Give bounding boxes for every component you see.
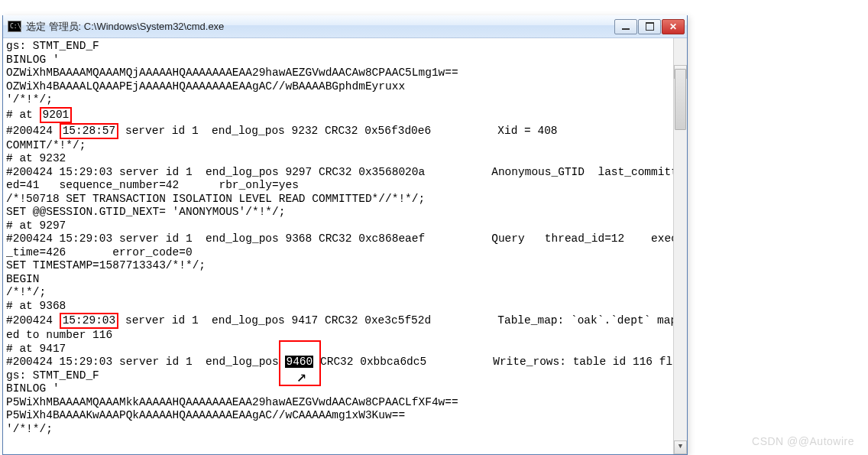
highlight-box-152903: 15:29:03	[60, 313, 119, 329]
scroll-thumb[interactable]	[675, 69, 686, 130]
console-line: # at 9368	[6, 300, 687, 314]
selected-text: 9460	[285, 356, 313, 368]
console-line: P5WiXhMBAAAAMQAAAMkkAAAAAHQAAAAAAAEAA29h…	[6, 396, 687, 410]
console-line: BEGIN	[6, 273, 687, 287]
console-output[interactable]: gs: STMT_END_FBINLOG 'OZWiXhMBAAAAMQAAAM…	[3, 38, 687, 454]
console-line: /*!*/;	[6, 286, 687, 300]
watermark: CSDN @@Autowire	[752, 435, 854, 447]
cmd-window: C:\. 选定 管理员: C:\Windows\System32\cmd.exe…	[2, 15, 688, 455]
console-line: # at 9232	[6, 152, 687, 166]
titlebar[interactable]: C:\. 选定 管理员: C:\Windows\System32\cmd.exe…	[3, 15, 687, 38]
vertical-scrollbar[interactable]: ▲ ▼	[673, 38, 687, 454]
console-line: SET TIMESTAMP=1587713343/*!*/;	[6, 259, 687, 273]
console-line: OZWiXh4BAAAALQAAAPEjAAAAAHQAAAAAAAEAAgAC…	[6, 80, 687, 94]
console-line: P5WiXh4BAAAAKwAAAPQkAAAAAHQAAAAAAAEAAgAC…	[6, 409, 687, 423]
highlight-box-at-9201: 9201	[40, 107, 73, 123]
window-controls: ✕	[614, 19, 685, 34]
cmd-icon: C:\.	[8, 21, 21, 32]
console-line: # at 9297	[6, 219, 687, 233]
console-line: COMMIT/*!*/;	[6, 139, 687, 153]
console-line: SET @@SESSION.GTID_NEXT= 'ANONYMOUS'/*!*…	[6, 206, 687, 219]
minimize-button[interactable]	[614, 19, 637, 34]
console-line: ed=41 sequence_number=42 rbr_only=yes	[6, 179, 687, 193]
console-line: '/*!*/;	[6, 93, 687, 107]
highlight-box-152857: 15:28:57	[60, 123, 119, 139]
console-line: #200424 15:29:03 server id 1 end_log_pos…	[6, 313, 687, 329]
scroll-down-button[interactable]: ▼	[674, 440, 687, 454]
console-line: _time=426 error_code=0	[6, 246, 687, 260]
console-line: # at 9201	[6, 107, 687, 123]
close-button[interactable]: ✕	[662, 19, 685, 34]
maximize-button[interactable]	[638, 19, 661, 34]
console-line: ed to number 116	[6, 329, 687, 343]
console-line: /*!50718 SET TRANSACTION ISOLATION LEVEL…	[6, 193, 687, 206]
console-line: BINLOG '	[6, 54, 687, 67]
console-line: '/*!*/;	[6, 423, 687, 437]
console-line: BINLOG '	[6, 382, 687, 396]
console-line: #200424 15:28:57 server id 1 end_log_pos…	[6, 123, 687, 139]
console-line: gs: STMT_END_F	[6, 40, 687, 54]
window-title: 选定 管理员: C:\Windows\System32\cmd.exe	[26, 20, 610, 34]
console-line: #200424 15:29:03 server id 1 end_log_pos…	[6, 356, 687, 369]
console-line: #200424 15:29:03 server id 1 end_log_pos…	[6, 166, 687, 180]
console-line: OZWiXhMBAAAAMQAAAMQjAAAAAHQAAAAAAAEAA29h…	[6, 67, 687, 80]
console-line: #200424 15:29:03 server id 1 end_log_pos…	[6, 232, 687, 246]
console-line: gs: STMT_END_F	[6, 369, 687, 383]
console-line: # at 9417	[6, 343, 687, 356]
